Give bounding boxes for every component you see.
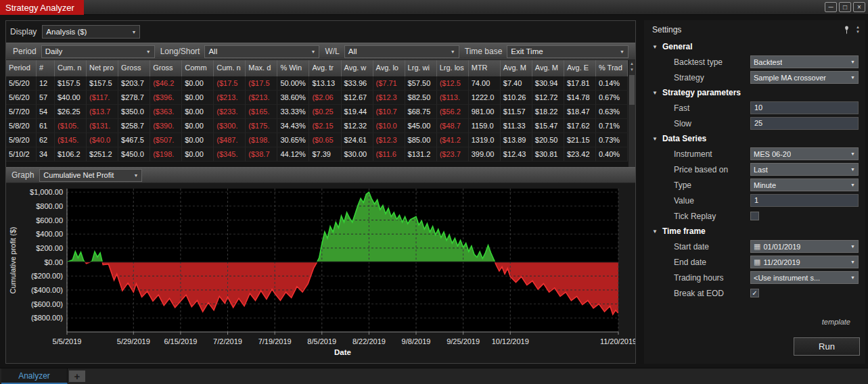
svg-text:$1,000.00: $1,000.00 [30,188,63,196]
column-header[interactable]: Avg. tr [309,60,341,76]
fast-input[interactable]: 10 [750,101,859,114]
table-cell: 12 [37,76,55,91]
panel-scroll-arrows[interactable]: ▲▼ [856,25,860,34]
collapse-icon[interactable]: ▼ [652,229,658,235]
strategy-select[interactable]: Sample MA crossover▼ [750,71,859,84]
titlebar[interactable]: Strategy Analyzer ─ □ × [0,0,868,15]
table-cell: $15.47 [532,119,564,133]
break-at-eod-checkbox[interactable]: ✓ [750,289,759,297]
chevron-down-icon: ▼ [143,49,151,54]
table-cell: 33.33% [277,105,309,119]
column-header[interactable]: Gross [150,60,182,76]
table-cell: $85.00 [405,133,437,147]
table-cell: $251.2 [87,147,118,162]
add-tab-button[interactable]: + [69,370,85,382]
table-row[interactable]: 5/10/234$106.2$251.2$450.0($198.$0.00($3… [6,147,628,162]
settings-section-label: Time frame [662,226,706,236]
table-scrollbar[interactable]: ▲ ▼ [628,60,635,167]
select-value: All [208,47,217,55]
settings-section-label: Strategy parameters [662,88,741,97]
trading-hours-select[interactable]: <Use instrument s...▼ [750,271,859,284]
column-header[interactable]: # [37,60,55,76]
table-row[interactable]: 5/5/2012$157.5$157.5$203.7($46.2$0.00($1… [6,76,628,91]
column-header[interactable]: Gross [118,60,150,76]
table-cell: 0.63% [596,105,628,119]
column-header[interactable]: Avg. M [501,60,532,76]
table-cell: ($390. [150,119,182,133]
table-cell: $157.5 [55,76,87,91]
chart-svg: $1,000.00$800.00$600.00$400.00$200.00$0.… [6,183,635,363]
table-row[interactable]: 5/8/2061($105.($131.$258.7($390.$0.00($3… [6,119,628,133]
backtest-type-select[interactable]: Backtest▼ [750,55,859,68]
column-header[interactable]: Avg. lo [373,60,405,76]
instrument-select[interactable]: MES 06-20▼ [750,147,859,160]
column-header[interactable]: Avg. w [342,60,373,76]
close-button[interactable]: × [853,2,865,12]
collapse-icon[interactable]: ▼ [652,136,658,142]
long-short-filter-select[interactable]: All ▼ [204,45,319,58]
svg-text:8/5/2019: 8/5/2019 [307,337,336,345]
template-link[interactable]: template [822,318,850,326]
table-cell: $7.39 [309,147,341,162]
scroll-down-icon[interactable]: ▼ [629,68,635,72]
settings-row: Slow25 [644,116,861,131]
strategy-analyzer-window: Strategy Analyzer ─ □ × Display Analysis… [0,0,868,384]
win-loss-filter-select[interactable]: All ▼ [344,45,459,58]
table-cell: $14.78 [564,91,596,105]
value-input[interactable]: 1 [750,194,859,207]
settings-section-header[interactable]: ▼Strategy parameters [644,85,861,100]
column-header[interactable]: Avg. E [564,60,596,76]
table-cell: $450.0 [118,147,150,162]
column-header[interactable]: % Trad [596,60,628,76]
slow-input[interactable]: 25 [750,117,859,130]
settings-row-label: Price based on [674,165,750,174]
time-base-filter-select[interactable]: Exit Time ▼ [507,45,629,58]
scroll-up-icon[interactable]: ▲ [629,62,635,66]
table-cell: $40.00 [55,91,87,105]
column-header[interactable]: Lrg. wi [405,60,437,76]
column-header[interactable]: MTR [469,60,501,76]
run-button[interactable]: Run [794,337,860,356]
minimize-button[interactable]: ─ [825,2,837,12]
graph-select[interactable]: Cumulative Net Profit ▼ [39,169,142,182]
table-cell: $350.0 [118,105,150,119]
column-header[interactable]: Comm [182,60,214,76]
price-based-on-select[interactable]: Last▼ [750,163,859,176]
collapse-icon[interactable]: ▼ [652,44,658,50]
end-date-select[interactable]: ▦11/20/2019▼ [750,256,859,268]
tick-replay-checkbox[interactable] [750,212,759,220]
display-select[interactable]: Analysis ($) ▼ [42,25,140,39]
settings-section-header[interactable]: ▼Time frame [644,224,861,239]
period-filter-select[interactable]: Daily ▼ [41,45,155,58]
column-header[interactable]: Net pro [87,60,118,76]
column-header[interactable]: Max. d [246,60,277,76]
calendar-icon: ▦ [754,258,760,266]
table-cell: $7.40 [501,76,532,91]
maximize-button[interactable]: □ [839,2,851,12]
pin-icon[interactable] [843,26,850,34]
start-date-select[interactable]: ▦01/01/2019▼ [750,240,859,253]
column-header[interactable]: Period [6,60,37,76]
table-cell: 981.00 [469,105,501,119]
type-select[interactable]: Minute▼ [750,178,859,191]
table-cell: 50.00% [277,76,309,91]
table-row[interactable]: 5/6/2057$40.00($117.$278.7($396.$0.00($2… [6,91,628,105]
column-header[interactable]: Cum. n [55,60,87,76]
column-header[interactable]: Lrg. los [437,60,469,76]
table-cell: $57.50 [405,76,437,91]
table-cell: ($145. [55,133,87,147]
select-value: All [348,47,357,55]
settings-section-header[interactable]: ▼Data Series [644,131,861,146]
table-cell: $30.94 [532,76,564,91]
column-header[interactable]: Cum. n [214,60,246,76]
collapse-icon[interactable]: ▼ [652,90,658,96]
scrollbar-thumb[interactable] [629,75,635,105]
column-header[interactable]: % Win [277,60,309,76]
table-row[interactable]: 5/9/2062($145.($40.0$467.5($507.$0.00($4… [6,133,628,147]
settings-section-header[interactable]: ▼General [644,39,861,54]
table-cell: 1222.0 [469,91,501,105]
table-row[interactable]: 5/7/2054$26.25($13.7$350.0($363.$0.00($2… [6,105,628,119]
table-cell: $18.22 [532,105,564,119]
tab-analyzer[interactable]: Analyzer [1,368,68,384]
column-header[interactable]: Avg. M [532,60,564,76]
